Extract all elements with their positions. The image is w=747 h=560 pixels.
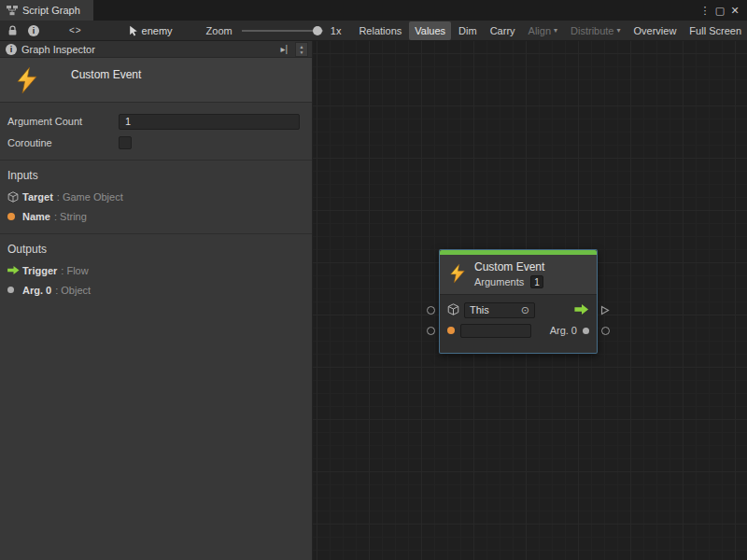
coroutine-row: Coroutine (0, 133, 312, 152)
argument-count-input[interactable] (119, 114, 300, 130)
output-name: Trigger (22, 265, 57, 276)
full-screen-button[interactable]: Full Screen (684, 21, 747, 40)
custom-event-icon (447, 262, 468, 287)
distribute-button[interactable]: Distribute ▾ (565, 21, 626, 40)
script-graph-icon (7, 6, 18, 16)
node-target-row: This ⊙ (447, 301, 589, 319)
graph-pointer-icon (129, 25, 138, 36)
chevron-down-icon: ▾ (617, 21, 621, 40)
tab-script-graph[interactable]: Script Graph (0, 0, 93, 21)
close-icon[interactable]: ✕ (727, 5, 742, 17)
argument-count-label: Argument Count (7, 116, 119, 127)
coroutine-label: Coroutine (7, 137, 119, 148)
target-object-dropdown[interactable]: This ⊙ (464, 302, 535, 318)
unit-title: Custom Event (71, 68, 141, 81)
node-body: This ⊙ Arg. 0 (440, 295, 597, 353)
node-title: Custom Event (474, 260, 544, 273)
graph-inspector-title: Graph Inspector (21, 44, 95, 55)
window-controls: ⋮ ▢ ✕ (698, 0, 747, 21)
chevron-down-icon: ▾ (554, 21, 557, 40)
maximize-icon[interactable]: ▢ (712, 5, 727, 17)
arg0-output-port[interactable] (601, 327, 610, 335)
overview-button[interactable]: Overview (628, 21, 683, 40)
panel-scroll-widget[interactable]: ▲ ▼ (295, 42, 308, 57)
custom-event-node-wrapper: Custom Event Arguments 1 This (427, 249, 610, 354)
graph-canvas[interactable]: Custom Event Arguments 1 This (313, 41, 747, 560)
object-picker-icon[interactable]: ⊙ (521, 304, 529, 316)
tab-bar: Script Graph ⋮ ▢ ✕ (0, 0, 747, 21)
lock-icon[interactable] (7, 25, 18, 36)
trigger-flow-arrow-icon[interactable] (574, 303, 589, 317)
input-type: : String (54, 211, 87, 222)
scroll-down-icon[interactable]: ▼ (300, 49, 304, 55)
name-input-port[interactable] (427, 327, 435, 335)
game-object-cube-icon (7, 191, 22, 203)
relations-button[interactable]: Relations (353, 21, 407, 40)
toolbar-buttons: Relations Values Dim Carry Align ▾ Distr… (353, 21, 747, 40)
zoom-value: 1x (331, 25, 342, 36)
input-row-name: Name : String (0, 206, 312, 226)
argument-count-row: Argument Count (0, 112, 312, 131)
output-type: : Flow (61, 265, 88, 276)
zoom-slider-knob[interactable] (313, 26, 322, 35)
output-type: : Object (55, 285, 91, 296)
breadcrumb-graph-name[interactable]: enemy (142, 25, 173, 36)
node-arguments-label: Arguments (474, 276, 524, 287)
values-button[interactable]: Values (409, 21, 451, 40)
input-type: : Game Object (57, 191, 123, 203)
target-object-value: This (470, 304, 489, 315)
coroutine-checkbox[interactable] (119, 136, 132, 149)
arg0-port-icon[interactable] (583, 328, 589, 334)
flow-arrow-icon (7, 265, 22, 275)
window-menu-icon[interactable]: ⋮ (698, 5, 712, 17)
code-view-icon[interactable]: <> (69, 25, 82, 35)
input-name: Name (22, 211, 50, 222)
string-port-icon[interactable] (447, 327, 455, 334)
custom-event-icon (13, 65, 41, 97)
zoom-label: Zoom (206, 25, 233, 36)
collapse-panel-icon[interactable]: ▸| (280, 44, 288, 54)
trigger-output-port[interactable] (600, 305, 610, 317)
input-name: Target (22, 191, 53, 203)
unit-title-block: Custom Event (0, 58, 312, 103)
output-row-arg0: Arg. 0 : Object (0, 280, 312, 300)
align-button-label: Align (529, 21, 551, 40)
unity-script-graph-window: Script Graph ⋮ ▢ ✕ i <> enemy Zoom 1x Re… (0, 0, 747, 560)
object-port-icon (7, 287, 22, 293)
info-icon[interactable]: i (28, 25, 39, 36)
output-row-trigger: Trigger : Flow (0, 260, 312, 280)
input-row-target: Target : Game Object (0, 187, 312, 206)
node-arguments-count: 1 (530, 275, 543, 288)
dim-button[interactable]: Dim (453, 21, 483, 40)
string-port-icon (7, 213, 22, 220)
inputs-heading: Inputs (0, 161, 312, 187)
node-header[interactable]: Custom Event Arguments 1 (440, 255, 597, 295)
carry-button[interactable]: Carry (485, 21, 521, 40)
info-icon: i (6, 44, 17, 55)
zoom-slider-track (242, 30, 323, 32)
event-name-input[interactable] (460, 324, 531, 338)
game-object-cube-icon (447, 303, 459, 317)
graph-toolbar: i <> enemy Zoom 1x Relations Values Dim … (0, 21, 747, 41)
align-button[interactable]: Align ▾ (523, 21, 563, 40)
tab-label: Script Graph (22, 5, 80, 16)
graph-inspector-header: i Graph Inspector ▸| ▲ ▼ (0, 41, 312, 58)
custom-event-node[interactable]: Custom Event Arguments 1 This (439, 249, 598, 354)
target-input-port[interactable] (427, 306, 435, 315)
outputs-heading: Outputs (0, 234, 312, 260)
node-arg-row: Arg. 0 (447, 322, 589, 339)
graph-inspector-panel: i Graph Inspector ▸| ▲ ▼ Custom Event Ar… (0, 41, 313, 560)
zoom-slider[interactable] (242, 24, 323, 37)
output-name: Arg. 0 (22, 285, 51, 296)
distribute-button-label: Distribute (571, 21, 613, 40)
arg0-label: Arg. 0 (550, 325, 577, 336)
